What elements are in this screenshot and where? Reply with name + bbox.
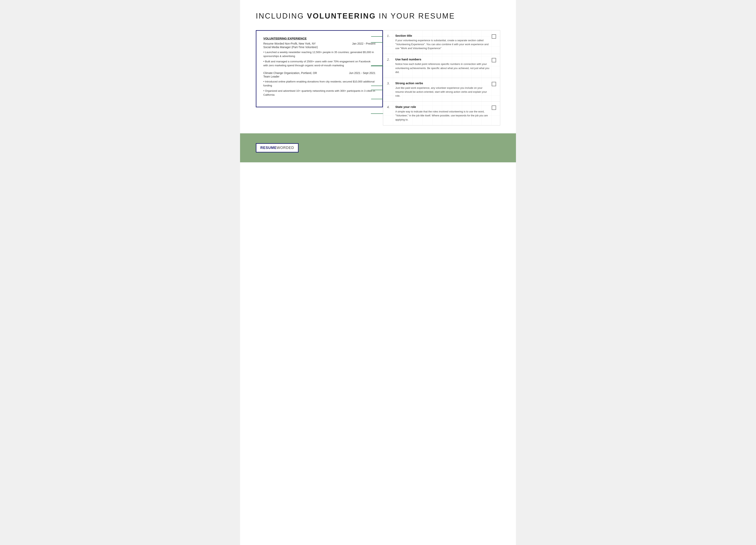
tip-title-2: Use hard numbers xyxy=(395,58,489,61)
tip-checkbox-4[interactable] xyxy=(492,105,496,110)
tip-description-1: If your volunteering experience is subst… xyxy=(395,38,489,50)
resume-panel: VOLUNTEERING EXPERIENCE Resume Worded No… xyxy=(256,30,383,107)
tip-description-2: Notice how each bullet point references … xyxy=(395,62,489,74)
resume-bullet-2-2: • Organized and advertised 10+ quarterly… xyxy=(263,89,375,97)
tip-checkbox-1[interactable] xyxy=(492,34,496,39)
tip-number-3: 3. xyxy=(387,81,393,85)
tip-title-4: State your role xyxy=(395,105,489,108)
title-normal: INCLUDING xyxy=(256,12,307,20)
tip-connector-3 xyxy=(371,90,383,90)
tip-number-1: 1. xyxy=(387,34,393,38)
tip-content-2: Use hard numbers Notice how each bullet … xyxy=(395,58,489,74)
tip-content-3: Strong action verbs Just like paid work … xyxy=(395,81,489,98)
resume-bullet-2-1: • Introduced online platform enabling do… xyxy=(263,80,375,88)
resume-entry-1: VOLUNTEERING EXPERIENCE Resume Worded No… xyxy=(263,37,375,67)
resume-org-1: Resume Worded Non-Profit, New York, NY xyxy=(263,42,316,45)
tip-item-2: 2. Use hard numbers Notice how each bull… xyxy=(383,54,500,78)
annotation-line-1 xyxy=(371,36,383,37)
resume-entry-2: Climate Change Organization, Portland, O… xyxy=(263,71,375,97)
tip-connector-2 xyxy=(371,66,383,66)
title-bold: VOLUNTEERING xyxy=(307,12,376,20)
footer-area: RESUME WORDED xyxy=(240,133,516,162)
tip-description-3: Just like paid work experience, any volu… xyxy=(395,86,489,98)
tip-description-4: A simple way to indicate that the roles … xyxy=(395,110,489,121)
resume-bullet-1-2: • Built and managed a community of 2500+… xyxy=(263,60,375,68)
resume-section-title: VOLUNTEERING EXPERIENCE xyxy=(263,37,375,40)
resume-org-row-2: Climate Change Organization, Portland, O… xyxy=(263,71,375,75)
annotation-line-2 xyxy=(371,65,383,66)
tips-panel: 1. Section title If your volunteering ex… xyxy=(383,30,500,125)
annotation-line-4 xyxy=(371,99,383,99)
tip-item-1: 1. Section title If your volunteering ex… xyxy=(383,30,500,54)
tip-number-4: 4. xyxy=(387,105,393,109)
tip-content-1: Section title If your volunteering exper… xyxy=(395,34,489,50)
tip-item-3: 3. Strong action verbs Just like paid wo… xyxy=(383,78,500,102)
logo-worded: WORDED xyxy=(277,146,294,150)
title-end: IN YOUR RESUME xyxy=(376,12,455,20)
resume-bullet-1-1: • Launched a weekly newsletter reaching … xyxy=(263,50,375,58)
resume-org-2: Climate Change Organization, Portland, O… xyxy=(263,71,317,75)
tip-connector-1 xyxy=(371,42,383,43)
tip-connector-4 xyxy=(371,113,383,114)
tip-checkbox-2[interactable] xyxy=(492,58,496,62)
resume-dates-2: Jun 2021 - Sept 2021 xyxy=(349,71,375,75)
logo-box: RESUME WORDED xyxy=(256,143,299,152)
resume-org-row-1: Resume Worded Non-Profit, New York, NY J… xyxy=(263,42,375,45)
resume-role-1: Social Media Manager (Part-Time Voluntee… xyxy=(263,46,375,49)
resume-role-2: Team Leader xyxy=(263,75,375,78)
tip-checkbox-3[interactable] xyxy=(492,82,496,86)
tip-item-4: 4. State your role A simple way to indic… xyxy=(383,102,500,125)
tip-title-1: Section title xyxy=(395,34,489,37)
page-title: INCLUDING VOLUNTEERING IN YOUR RESUME xyxy=(256,12,500,20)
tip-number-2: 2. xyxy=(387,58,393,62)
tip-title-3: Strong action verbs xyxy=(395,81,489,85)
tip-content-4: State your role A simple way to indicate… xyxy=(395,105,489,121)
annotation-line-3 xyxy=(371,86,383,86)
logo-resume: RESUME xyxy=(260,146,277,150)
